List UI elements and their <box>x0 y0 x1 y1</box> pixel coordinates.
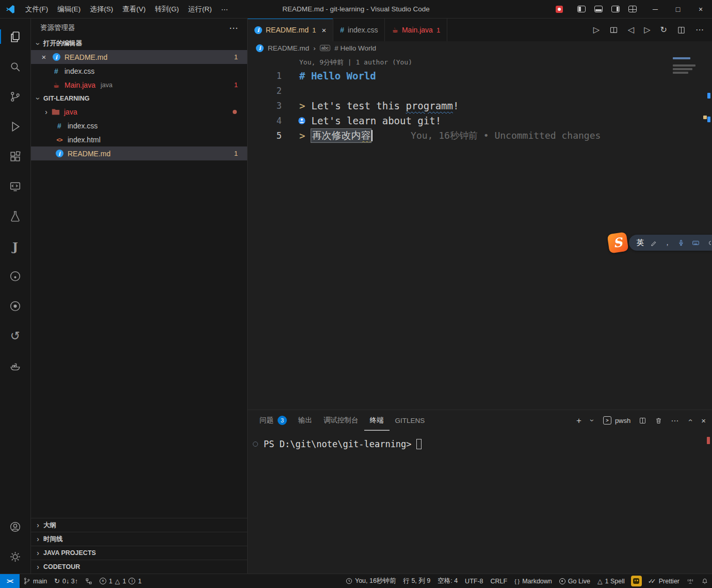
tab-mainjava[interactable]: ☕ Main.java 1 <box>385 19 447 41</box>
ime-keyboard-icon[interactable] <box>691 239 700 247</box>
testing-icon[interactable] <box>0 201 31 231</box>
extensions-icon[interactable] <box>0 141 31 171</box>
open-changes-next-icon[interactable]: ▷ <box>644 26 650 34</box>
split-editor-icon[interactable] <box>677 26 686 35</box>
tab-indexcss[interactable]: # index.css <box>333 19 385 41</box>
ime-mode-toggle[interactable]: 英 <box>637 238 644 248</box>
tree-item-readme[interactable]: i README.md 1 <box>31 146 247 160</box>
ime-toolbox-icon[interactable] <box>707 239 711 247</box>
open-editor-mainjava[interactable]: ☕ Main.java java 1 <box>31 78 247 92</box>
new-terminal-icon[interactable]: + <box>576 416 581 425</box>
open-preview-icon[interactable] <box>609 26 618 35</box>
line-number: 4 <box>248 116 299 126</box>
extension-status-badge[interactable] <box>631 576 642 586</box>
kill-terminal-trash-icon[interactable] <box>655 417 662 424</box>
menu-more-icon[interactable]: ⋯ <box>217 2 233 17</box>
minimap[interactable] <box>673 57 704 75</box>
tab-output[interactable]: 输出 <box>293 410 318 431</box>
gitlens-status-icon[interactable] <box>82 574 96 588</box>
indentation-item[interactable]: 空格: 4 <box>434 574 461 588</box>
minimize-button[interactable]: ─ <box>644 0 667 19</box>
menu-view[interactable]: 查看(V) <box>118 2 150 17</box>
open-editor-indexcss[interactable]: # index.css <box>31 64 247 78</box>
java-projects-section[interactable]: › JAVA PROJECTS <box>31 546 247 560</box>
docker-icon[interactable] <box>0 351 31 381</box>
screencast-item[interactable] <box>683 574 698 588</box>
file-history-icon[interactable]: ↻ <box>660 26 667 34</box>
go-live-item[interactable]: Go Live <box>556 574 594 588</box>
sync-changes-item[interactable]: ↻ 0↓ 3↑ <box>51 574 82 588</box>
encoding-item[interactable]: UTF-8 <box>461 574 487 588</box>
maximize-button[interactable]: □ <box>667 0 689 19</box>
breadcrumb-symbol[interactable]: # Hello World <box>334 44 376 52</box>
codetour-section[interactable]: › CODETOUR <box>31 560 247 574</box>
tab-readme[interactable]: i README.md 1 × <box>248 19 333 41</box>
spell-checker-item[interactable]: △ 1 Spell <box>594 574 628 588</box>
source-control-icon[interactable] <box>0 81 31 111</box>
terminal-profile[interactable]: > pwsh <box>603 416 630 424</box>
accounts-icon[interactable] <box>0 512 31 542</box>
close-tab-icon[interactable]: × <box>321 26 326 35</box>
sidebar-more-actions-icon[interactable]: ⋯ <box>226 23 241 34</box>
timeline-section[interactable]: › 时间线 <box>31 532 247 546</box>
explorer-icon[interactable] <box>0 22 31 52</box>
code-editor[interactable]: You, 9分钟前 | 1 author (You) 1 # Hello Wor… <box>248 55 712 410</box>
menu-selection[interactable]: 选择(S) <box>85 2 118 17</box>
tree-item-indexcss[interactable]: # index.css <box>31 119 247 133</box>
run-file-icon[interactable]: ▷ <box>593 26 600 34</box>
remote-indicator[interactable]: >< <box>0 574 20 588</box>
section-label: JAVA PROJECTS <box>43 549 96 557</box>
eol-item[interactable]: CRLF <box>487 574 511 588</box>
close-editor-icon[interactable]: × <box>37 53 51 61</box>
java-projects-icon[interactable]: J <box>0 231 31 261</box>
remote-explorer-icon[interactable] <box>0 171 31 201</box>
more-actions-icon[interactable]: ⋯ <box>695 26 704 34</box>
language-mode-item[interactable]: { } Markdown <box>511 574 556 588</box>
prettier-item[interactable]: ✓✓ Prettier <box>644 574 683 588</box>
tree-item-indexhtml[interactable]: <> index.html <box>31 133 247 146</box>
ime-mic-icon[interactable] <box>677 239 685 247</box>
tab-problems[interactable]: 问题 3 <box>254 410 293 431</box>
tab-gitlens[interactable]: GITLENS <box>390 410 431 431</box>
breadcrumb-file[interactable]: README.md <box>268 44 309 52</box>
menu-run[interactable]: 运行(R) <box>184 2 217 17</box>
blame-status-item[interactable]: You, 16秒钟前 <box>342 574 399 588</box>
problems-item[interactable]: × 1 △ 1 i 1 <box>96 574 145 588</box>
customize-layout-icon[interactable] <box>628 6 637 12</box>
maximize-panel-icon[interactable]: › <box>686 417 694 423</box>
open-editor-readme[interactable]: × i README.md 1 <box>31 50 247 64</box>
search-icon[interactable] <box>0 52 31 81</box>
menu-file[interactable]: 文件(F) <box>21 2 53 17</box>
cursor-position-item[interactable]: 行 5, 列 9 <box>399 574 434 588</box>
run-and-debug-icon[interactable] <box>0 111 31 141</box>
ime-punct-toggle[interactable]: ， <box>664 238 671 248</box>
tab-terminal[interactable]: 终端 <box>364 410 390 431</box>
split-terminal-icon[interactable] <box>639 417 646 424</box>
toggle-sidebar-icon[interactable] <box>577 6 586 12</box>
readme-file-icon: i <box>51 53 62 61</box>
menu-go[interactable]: 转到(G) <box>150 2 184 17</box>
outline-section[interactable]: › 大纲 <box>31 518 247 532</box>
toggle-panel-icon[interactable] <box>594 6 603 12</box>
record-target-icon[interactable] <box>0 291 31 321</box>
terminal[interactable]: PS D:\git\note\git-learning> <box>248 431 712 449</box>
menu-edit[interactable]: 编辑(E) <box>53 2 85 17</box>
codelens-blame[interactable]: You, 9分钟前 | 1 author (You) <box>248 55 712 68</box>
toggle-secondary-sidebar-icon[interactable] <box>611 6 620 12</box>
workspace-root-header[interactable]: › GIT-LEARNING <box>31 92 247 105</box>
open-changes-prev-icon[interactable]: ◁ <box>628 26 634 34</box>
close-panel-icon[interactable]: × <box>701 417 706 424</box>
ime-pen-icon[interactable] <box>651 239 657 246</box>
git-branch-item[interactable]: main <box>20 574 51 588</box>
live-server-icon[interactable] <box>0 261 31 291</box>
tree-item-java-folder[interactable]: › java <box>31 105 247 119</box>
sogou-logo-icon[interactable]: S <box>607 232 628 254</box>
close-window-button[interactable]: × <box>689 0 712 19</box>
codetour-icon[interactable]: ↺ <box>0 321 31 351</box>
settings-gear-icon[interactable] <box>0 542 31 571</box>
terminal-dropdown-icon[interactable]: › <box>588 418 596 423</box>
open-editors-header[interactable]: › 打开的编辑器 <box>31 37 247 50</box>
notifications-item[interactable] <box>698 574 712 588</box>
panel-more-actions-icon[interactable]: ⋯ <box>671 417 678 424</box>
tab-debug-console[interactable]: 调试控制台 <box>318 410 364 431</box>
